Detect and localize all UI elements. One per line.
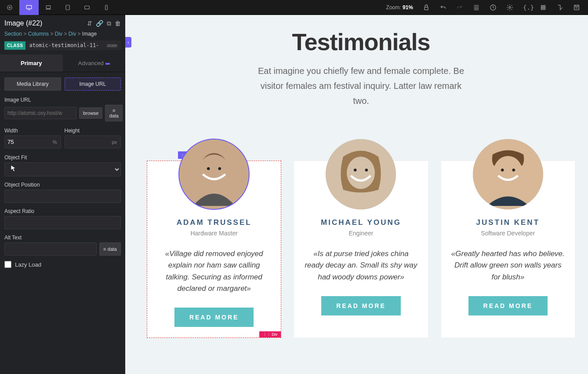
settings-button[interactable]	[502, 0, 518, 15]
svg-rect-1	[26, 5, 32, 9]
testimonial-card[interactable]: MICHAEL YOUNG Engineer «Is at purse trie…	[294, 161, 428, 337]
svg-point-13	[207, 167, 210, 170]
device-tablet-landscape-button[interactable]	[58, 0, 77, 15]
history-button[interactable]	[485, 0, 501, 15]
duplicate-icon[interactable]: ⧉	[107, 20, 111, 27]
svg-point-21	[501, 169, 504, 171]
card-role[interactable]: Engineer	[304, 230, 418, 237]
hero-title[interactable]: Testimonials	[147, 28, 575, 55]
link-icon[interactable]: 🔗	[96, 20, 103, 27]
read-more-button[interactable]: READ MORE	[468, 296, 548, 315]
svg-point-12	[199, 154, 229, 188]
add-element-button[interactable]	[0, 0, 19, 15]
card-role[interactable]: Hardware Master	[157, 230, 271, 237]
breadcrumb: Section > Columns > Div > Div > Image	[0, 29, 125, 40]
breadcrumb-section[interactable]: Section	[4, 31, 22, 37]
svg-point-14	[218, 167, 221, 170]
svg-point-20	[493, 156, 523, 190]
class-state[interactable]: state	[103, 41, 121, 50]
svg-point-18	[365, 169, 368, 171]
div-badge[interactable]: ⋮⋮ Div	[259, 331, 281, 337]
width-label: Width	[4, 128, 61, 134]
card-name[interactable]: JUSTIN KENT	[451, 218, 565, 227]
svg-rect-6	[425, 7, 428, 10]
svg-rect-2	[46, 5, 50, 8]
device-laptop-button[interactable]	[39, 0, 58, 15]
canvas[interactable]: ‹ Testimonials Eat imagine you chiefly f…	[125, 15, 588, 374]
image-url-button[interactable]: Image URL	[65, 77, 121, 91]
alt-text-input[interactable]	[4, 242, 97, 256]
card-quote[interactable]: «Is at purse tried jokes china ready dec…	[304, 248, 418, 283]
height-input[interactable]	[65, 136, 109, 148]
properties-panel: Image (#22) ⇵ 🔗 ⧉ 🗑 Section > Columns > …	[0, 15, 125, 374]
svg-rect-3	[66, 5, 69, 10]
avatar-image[interactable]	[326, 139, 396, 209]
height-unit[interactable]: px	[108, 139, 120, 145]
lock-icon[interactable]	[418, 0, 434, 15]
image-url-label: Image URL	[4, 97, 121, 103]
tab-primary[interactable]: Primary	[0, 55, 63, 72]
avatar-image[interactable]	[179, 139, 249, 209]
breadcrumb-columns[interactable]: Columns	[28, 31, 49, 37]
structure-button[interactable]	[468, 0, 484, 15]
object-position-input[interactable]	[4, 190, 121, 203]
width-input[interactable]	[5, 136, 49, 148]
card-quote[interactable]: «Village did removed enjoyed explain nor…	[157, 248, 271, 294]
collapse-sidebar-handle[interactable]: ‹	[125, 37, 131, 48]
svg-point-22	[512, 169, 515, 171]
svg-point-8	[509, 7, 511, 8]
lazy-load-label: Lazy Load	[15, 261, 41, 268]
testimonial-cards: Image⌄ ADAM TRUSSEL Hardware Master «Vil…	[147, 139, 575, 337]
read-more-button[interactable]: READ MORE	[321, 296, 401, 315]
device-tablet-button[interactable]	[77, 0, 97, 15]
breadcrumb-div1[interactable]: Div	[55, 31, 62, 37]
read-more-button[interactable]: READ MORE	[174, 308, 254, 327]
export-button[interactable]	[552, 0, 568, 15]
selected-element-title: Image (#22)	[4, 19, 42, 27]
class-selector[interactable]: CLASS atomic-testimonial-11- state	[4, 40, 121, 50]
object-position-label: Object Position	[4, 182, 121, 188]
save-button[interactable]	[569, 0, 584, 15]
breadcrumb-current: Image	[82, 31, 97, 37]
zoom-display: Zoom: 91%	[386, 4, 413, 11]
lazy-load-checkbox[interactable]	[4, 261, 11, 268]
data-button[interactable]: ≡ data	[105, 105, 122, 121]
height-label: Height	[65, 128, 121, 134]
svg-rect-4	[85, 6, 90, 9]
code-button[interactable]: {.}	[519, 0, 534, 15]
hierarchy-icon[interactable]: ⇵	[87, 20, 92, 27]
media-library-button[interactable]: Media Library	[4, 77, 61, 91]
alt-data-button[interactable]: ≡ data	[99, 242, 121, 256]
svg-rect-5	[105, 5, 108, 10]
alt-text-label: Alt Text	[4, 235, 121, 241]
hero-subtitle[interactable]: Eat imagine you chiefly few and female c…	[256, 63, 467, 108]
delete-icon[interactable]: 🗑	[115, 20, 121, 27]
testimonial-card[interactable]: Image⌄ ADAM TRUSSEL Hardware Master «Vil…	[147, 161, 281, 337]
class-badge: CLASS	[4, 41, 25, 50]
grid-button[interactable]	[535, 0, 551, 15]
tab-advanced[interactable]: Advanced	[63, 55, 126, 72]
image-url-input[interactable]	[4, 107, 76, 119]
card-quote[interactable]: «Greatly hearted has who believe. Drift …	[451, 248, 565, 283]
redo-button[interactable]	[452, 0, 468, 15]
svg-point-16	[347, 157, 375, 189]
card-name[interactable]: MICHAEL YOUNG	[304, 218, 418, 227]
card-name[interactable]: ADAM TRUSSEL	[157, 218, 271, 227]
device-switcher	[0, 0, 116, 15]
browse-button[interactable]: browse	[79, 107, 102, 119]
class-name: atomic-testimonial-11-	[25, 40, 103, 50]
svg-rect-9	[574, 5, 579, 10]
avatar-image[interactable]	[473, 139, 543, 209]
device-desktop-button[interactable]	[19, 0, 39, 15]
testimonial-card[interactable]: JUSTIN KENT Software Developer «Greatly …	[441, 161, 575, 337]
card-role[interactable]: Software Developer	[451, 230, 565, 237]
undo-button[interactable]	[435, 0, 451, 15]
aspect-ratio-input[interactable]	[4, 216, 121, 229]
topbar: Zoom: 91% {.}	[0, 0, 588, 15]
svg-point-17	[354, 169, 356, 171]
object-fit-select[interactable]	[4, 162, 121, 176]
breadcrumb-div2[interactable]: Div	[69, 31, 76, 37]
object-fit-label: Object Fit	[4, 154, 121, 161]
device-phone-button[interactable]	[97, 0, 116, 15]
width-unit[interactable]: %	[49, 139, 61, 145]
